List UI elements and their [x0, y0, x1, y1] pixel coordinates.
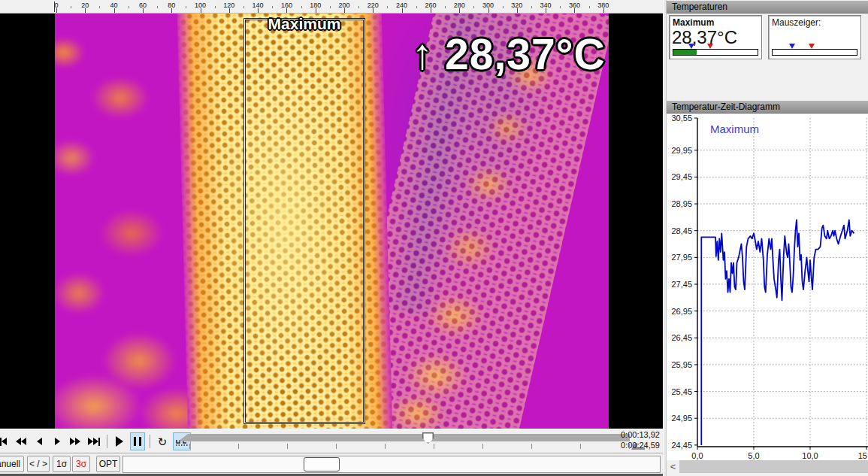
svg-text:30,55: 30,55: [671, 114, 692, 123]
thermal-image-area[interactable]: Maximum ↑ 28,37°C: [0, 14, 663, 429]
roi-rectangle[interactable]: Maximum: [244, 19, 364, 423]
chart-svg: 30,5529,9529,4528,9528,4527,9527,4526,95…: [667, 114, 868, 460]
chart-legend-maximum: Maximum: [710, 123, 759, 135]
maximum-temp-box: Maximum 28,37°C: [669, 15, 762, 59]
timeline-tick: [189, 444, 190, 449]
svg-text:10,0: 10,0: [802, 451, 818, 460]
pause-icon: [132, 437, 143, 446]
maximum-bar-fill: [673, 50, 697, 55]
ruler-tick: [171, 8, 172, 13]
ruler-dot: [186, 6, 186, 8]
timeline-tick: [385, 444, 386, 449]
step-back-button[interactable]: [32, 432, 47, 450]
svg-text:24,45: 24,45: [671, 441, 692, 450]
chart-scrollbar: <: [667, 460, 868, 473]
svg-text:28,45: 28,45: [671, 226, 692, 235]
playback-separator: [150, 435, 150, 448]
opt-button[interactable]: OPT: [96, 456, 120, 472]
ruler-dot: [272, 6, 273, 8]
ruler-dot: [301, 6, 302, 8]
loop-button[interactable]: ↻: [155, 432, 170, 450]
total-time: 0:00:24,59: [621, 441, 660, 450]
play-icon: [116, 436, 123, 447]
mauszeiger-red-marker-icon: [809, 44, 815, 49]
ruler-tick: [286, 8, 287, 13]
skip-end-button[interactable]: [86, 432, 102, 450]
bottom-toolbar: anuell< / >1σ3σOPT: [0, 453, 663, 474]
pause-button[interactable]: [130, 432, 145, 450]
max-temp-overlay: ↑ 28,37°C: [412, 33, 606, 76]
ruler-dot: [503, 6, 504, 8]
playback-bar: ↻ 0:00:13,92 0:00:24,59: [0, 429, 663, 453]
timeline-tick: [531, 444, 532, 449]
ruler-dot: [387, 6, 388, 8]
playback-separator: [107, 435, 107, 448]
chart-scrollbar-track[interactable]: [679, 460, 868, 473]
temperature-time-chart: 30,5529,9529,4528,9528,4527,9527,4526,95…: [667, 114, 868, 460]
mauszeiger-box: Mauszeiger:: [768, 15, 861, 59]
ruler-dot: [157, 6, 158, 8]
svg-text:24,95: 24,95: [671, 414, 692, 423]
ruler-tick: [488, 8, 489, 13]
timeline-tick: [482, 444, 483, 449]
ruler-tick: [85, 8, 86, 13]
ruler-dot: [416, 6, 417, 8]
image-pane: 0204060801001201401601802002202402602803…: [0, 0, 663, 476]
current-time: 0:00:13,92: [621, 430, 660, 439]
svg-text:29,45: 29,45: [671, 172, 692, 181]
prev-next-button[interactable]: < / >: [27, 456, 50, 472]
ruler-dot: [71, 6, 71, 8]
svg-text:25,45: 25,45: [671, 387, 692, 396]
ruler-tick: [603, 8, 604, 13]
side-pane: Temperaturen Maximum 28,37°C Mauszeiger:…: [667, 0, 868, 476]
sigma-1-button[interactable]: 1σ: [53, 456, 71, 472]
maximum-blue-marker-icon: [688, 44, 694, 49]
timeline-thumb[interactable]: [422, 432, 434, 444]
timeline-tick: [629, 444, 630, 449]
maximum-label: Maximum: [673, 17, 714, 28]
step-back-icon: [37, 438, 42, 445]
mauszeiger-label: Mauszeiger:: [772, 17, 821, 28]
step-forward-button[interactable]: [50, 432, 65, 450]
ruler-dot: [560, 6, 561, 8]
skip-start-button[interactable]: [0, 432, 11, 450]
ruler: 0204060801001201401601802002202402602803…: [0, 0, 663, 14]
fast-forward-icon: [70, 438, 80, 445]
thermal-image[interactable]: Maximum ↑ 28,37°C: [55, 14, 609, 429]
ruler-tick: [344, 8, 345, 13]
fast-forward-button[interactable]: [68, 432, 83, 450]
ruler-tick: [431, 8, 431, 13]
ruler-tick: [316, 8, 316, 13]
up-arrow-icon: ↑: [412, 33, 433, 75]
toolbar-slider-thumb[interactable]: [304, 457, 340, 471]
maximum-value: 28,37°C: [672, 27, 737, 48]
svg-text:26,45: 26,45: [671, 333, 692, 342]
mauszeiger-blue-marker-icon: [789, 44, 795, 49]
ruler-dot: [358, 6, 359, 8]
timeline-tick: [238, 444, 239, 449]
ruler-dot: [589, 6, 590, 8]
manuell-button[interactable]: anuell: [0, 456, 24, 472]
ruler-dot: [99, 6, 100, 8]
ruler-dot: [473, 6, 474, 8]
ruler-dot: [215, 6, 216, 8]
play-button[interactable]: [112, 432, 127, 450]
chart-scroll-left-button[interactable]: <: [667, 460, 679, 473]
roi-label: Maximum: [268, 15, 341, 33]
skip-start-icon: [0, 438, 7, 446]
ruler-tick: [574, 8, 575, 13]
ruler-tick: [229, 8, 230, 13]
toolbar-slider-area: [122, 456, 661, 473]
timeline-track[interactable]: [188, 434, 630, 441]
ruler-dot: [243, 6, 244, 8]
ruler-tick: [258, 8, 259, 13]
max-temp-value: 28,37°C: [445, 33, 606, 76]
loop-icon: ↻: [158, 436, 168, 447]
mauszeiger-range-bar: [772, 49, 857, 56]
ruler-tick: [459, 8, 460, 13]
fast-rewind-button[interactable]: [14, 432, 29, 450]
sigma-3-button[interactable]: 3σ: [72, 456, 90, 472]
maximum-range-bar: [673, 49, 758, 56]
maximum-red-marker-icon: [707, 44, 713, 49]
timeline-tick: [434, 444, 434, 449]
